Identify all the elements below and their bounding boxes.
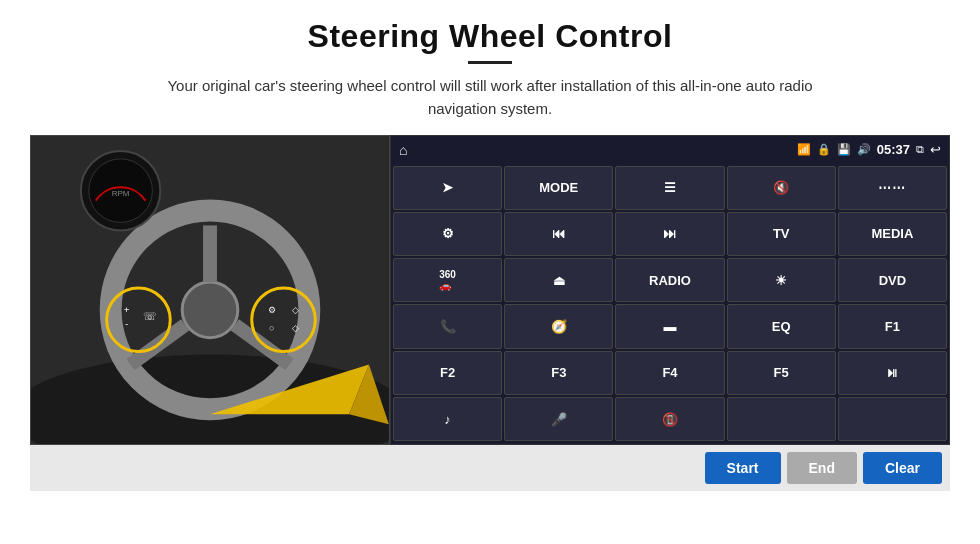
media-button[interactable]: MEDIA: [838, 212, 947, 256]
sd-icon: 💾: [837, 143, 851, 156]
home-icon[interactable]: ⌂: [399, 142, 407, 158]
start-button[interactable]: Start: [705, 452, 781, 484]
page-container: Steering Wheel Control Your original car…: [0, 0, 980, 544]
radio-panel: ⌂ 📶 🔒 💾 🔊 05:37 ⧉ ↩ ➤ MODE ☰ 🔇: [390, 135, 950, 445]
cam360-button[interactable]: 360🚗: [393, 258, 502, 302]
status-right: 📶 🔒 💾 🔊 05:37 ⧉ ↩: [797, 142, 941, 157]
car-image: + - ☏ ⚙ ◇ ○ ◇ RPM: [30, 135, 390, 445]
subtitle: Your original car's steering wheel contr…: [140, 74, 840, 121]
status-left: ⌂: [399, 142, 407, 158]
mic-button[interactable]: 🎤: [504, 397, 613, 441]
mode-button[interactable]: MODE: [504, 166, 613, 210]
hangup-button[interactable]: 📵: [615, 397, 724, 441]
end-button[interactable]: End: [787, 452, 857, 484]
tv-button[interactable]: TV: [727, 212, 836, 256]
status-bar: ⌂ 📶 🔒 💾 🔊 05:37 ⧉ ↩: [391, 136, 949, 164]
bt-icon: 🔊: [857, 143, 871, 156]
page-title: Steering Wheel Control: [308, 18, 673, 55]
svg-point-3: [182, 282, 238, 338]
bottom-buttons-bar: Start End Clear: [30, 445, 950, 491]
content-row: + - ☏ ⚙ ◇ ○ ◇ RPM: [30, 135, 950, 445]
status-time: 05:37: [877, 142, 910, 157]
list-button[interactable]: ☰: [615, 166, 724, 210]
mute-button[interactable]: 🔇: [727, 166, 836, 210]
settings-button[interactable]: ⚙: [393, 212, 502, 256]
wifi-icon: 📶: [797, 143, 811, 156]
empty1: [727, 397, 836, 441]
playpause-button[interactable]: ⏯: [838, 351, 947, 395]
back-icon[interactable]: ↩: [930, 142, 941, 157]
title-divider: [468, 61, 512, 64]
eject-button[interactable]: ⏏: [504, 258, 613, 302]
window-icon: ⧉: [916, 143, 924, 156]
phone-button[interactable]: 📞: [393, 304, 502, 348]
eq-button[interactable]: EQ: [727, 304, 836, 348]
f1-button[interactable]: F1: [838, 304, 947, 348]
svg-text:◇: ◇: [292, 304, 299, 314]
clear-button[interactable]: Clear: [863, 452, 942, 484]
nav-button[interactable]: ➤: [393, 166, 502, 210]
svg-text:-: -: [125, 317, 128, 328]
svg-text:○: ○: [269, 322, 274, 332]
empty2: [838, 397, 947, 441]
svg-text:◇: ◇: [292, 322, 299, 332]
navi-button[interactable]: 🧭: [504, 304, 613, 348]
prev-button[interactable]: ⏮: [504, 212, 613, 256]
f3-button[interactable]: F3: [504, 351, 613, 395]
next-button[interactable]: ⏭: [615, 212, 724, 256]
f5-button[interactable]: F5: [727, 351, 836, 395]
control-grid: ➤ MODE ☰ 🔇 ⋯⋯ ⚙ ⏮ ⏭ TV MEDIA 360🚗 ⏏ RADI…: [391, 164, 949, 444]
svg-text:RPM: RPM: [112, 188, 130, 197]
mirror-button[interactable]: ▬: [615, 304, 724, 348]
apps-button[interactable]: ⋯⋯: [838, 166, 947, 210]
f2-button[interactable]: F2: [393, 351, 502, 395]
f4-button[interactable]: F4: [615, 351, 724, 395]
radio-button[interactable]: RADIO: [615, 258, 724, 302]
svg-text:⚙: ⚙: [268, 304, 276, 314]
dvd-button[interactable]: DVD: [838, 258, 947, 302]
svg-text:☏: ☏: [143, 309, 157, 321]
lock-icon: 🔒: [817, 143, 831, 156]
svg-text:+: +: [124, 303, 130, 314]
brightness-button[interactable]: ☀: [727, 258, 836, 302]
music-button[interactable]: ♪: [393, 397, 502, 441]
